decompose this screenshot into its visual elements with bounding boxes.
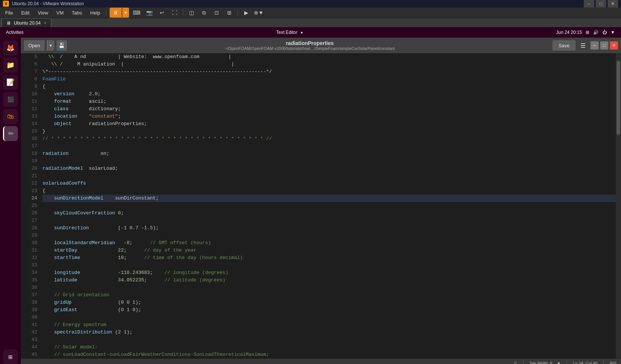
full-screen-btn[interactable]: ⛶ xyxy=(169,8,181,17)
toolbar-separator-3 xyxy=(238,10,238,16)
layout-icon[interactable]: ⊞ xyxy=(586,30,589,35)
ln-9: 9 xyxy=(21,83,37,90)
code-line-13: location "constant"; xyxy=(42,113,616,120)
sidebar-item-terminal[interactable]: ⬛ xyxy=(3,92,18,107)
code-line-30: localStandardMeridian -8; // GMT offset … xyxy=(42,239,616,247)
code-line-22: solarLoadCoeffs xyxy=(42,180,616,187)
toolbar-btn-4[interactable]: ⧉ xyxy=(198,8,210,17)
notes-icon: 📝 xyxy=(6,78,15,86)
ln-42: 42 xyxy=(21,329,37,336)
text-editor-app: Open ▼ 💾 radiationProperties ~/OpenFOAM/… xyxy=(21,38,621,364)
code-line-11: format ascii; xyxy=(42,98,616,105)
menu-vm[interactable]: VM xyxy=(52,9,67,16)
open-dropdown-btn[interactable]: ▼ xyxy=(47,40,54,51)
code-line-9: { xyxy=(42,83,616,90)
vmware-maximize-btn[interactable]: □ xyxy=(596,0,606,7)
editor-close-btn[interactable]: ✕ xyxy=(610,41,618,50)
ln-8: 8 xyxy=(21,76,37,83)
sidebar-item-appstore[interactable]: 🛍 xyxy=(3,109,18,124)
vmware-close-btn[interactable]: ✕ xyxy=(608,0,618,7)
volume-icon[interactable]: 🔊 xyxy=(593,30,599,35)
code-line-33 xyxy=(42,262,616,269)
ln-21: 21 xyxy=(21,172,37,180)
ln-7: 7 xyxy=(21,68,37,76)
vmware-title-bar: V Ubuntu 20.04 - VMware Workstation – □ … xyxy=(0,0,621,7)
vmware-minimize-btn[interactable]: – xyxy=(584,0,594,7)
snapshot-btn[interactable]: 📷 xyxy=(143,8,155,17)
ln-22: 22 xyxy=(21,180,37,187)
ubuntu-top-center: Text Editor ▼ xyxy=(23,30,556,35)
code-line-26: skyCloudCoverFraction 0; xyxy=(42,210,616,217)
code-line-23: { xyxy=(42,187,616,195)
ln-23: 23 xyxy=(21,187,37,195)
firefox-icon: 🦊 xyxy=(6,44,15,52)
sidebar-item-firefox[interactable]: 🦊 xyxy=(3,41,18,55)
language-label[interactable]: C xyxy=(514,361,517,364)
editor-minimize-btn[interactable]: – xyxy=(590,41,599,50)
ubuntu-sidebar: 🦊 📁 📝 ⬛ 🛍 ✏ ⊞ xyxy=(0,38,21,364)
menu-tabs[interactable]: Tabs xyxy=(68,9,86,16)
revert-btn[interactable]: ↩ xyxy=(156,8,168,17)
vmware-title: Ubuntu 20.04 - VMware Workstation xyxy=(12,1,84,6)
code-line-34: longitude -118.243683; // longitude (deg… xyxy=(42,269,616,277)
ubuntu-top-bar: Activities Text Editor ▼ Jun 24 20:15 ⊞ … xyxy=(0,27,621,38)
terminal-btn[interactable]: ▶ xyxy=(240,8,252,17)
status-right: C Tab Width: 8 ▼ Ln 24, Col 40 INS xyxy=(514,360,617,364)
ln-43: 43 xyxy=(21,336,37,344)
vertical-scrollbar[interactable] xyxy=(616,53,621,358)
ln-40: 40 xyxy=(21,314,37,321)
send-ctrl-alt-del-btn[interactable]: ⌨ xyxy=(131,8,143,17)
scrollbar-thumb[interactable] xyxy=(617,61,620,135)
system-menu-arrow[interactable]: ▼ xyxy=(611,30,615,35)
app-menu-label[interactable]: Text Editor xyxy=(276,30,297,35)
toolbar-btn-3[interactable]: ◫ xyxy=(185,8,197,17)
files-icon: 📁 xyxy=(6,61,15,69)
code-line-16: // * * * * * * * * * * * * * * * * * * *… xyxy=(42,135,616,143)
pause-dropdown-btn[interactable]: ▼ xyxy=(122,8,129,17)
code-line-19 xyxy=(42,157,616,165)
vm-tab-bar: 🖥 Ubuntu 20.04 ✕ xyxy=(0,18,621,27)
toolbar-separator-1 xyxy=(106,10,106,16)
activities-btn[interactable]: Activities xyxy=(6,30,23,35)
code-line-44: // Solar model: xyxy=(42,344,616,351)
code-line-10: version 2.0; xyxy=(42,90,616,98)
menu-help[interactable]: Help xyxy=(86,9,104,16)
code-main[interactable]: 5 6 7 8 9 10 11 12 13 14 15 16 1 xyxy=(21,53,621,358)
status-sep-1 xyxy=(523,360,523,364)
sidebar-item-notes[interactable]: 📝 xyxy=(3,75,18,90)
code-line-35: latitude 34.052235; // latitude (degrees… xyxy=(42,277,616,284)
toolbar-btn-5[interactable]: ⊡ xyxy=(211,8,223,17)
ln-10: 10 xyxy=(21,90,37,98)
save-file-icon-btn[interactable]: 💾 xyxy=(57,40,67,51)
vm-tab-close[interactable]: ✕ xyxy=(44,21,47,25)
sidebar-item-apps[interactable]: ⊞ xyxy=(3,349,18,364)
pause-group: ⏸ ▼ xyxy=(109,7,129,18)
view-toggle-btn[interactable]: ⊕▼ xyxy=(253,8,265,17)
sidebar-item-texteditor[interactable]: ✏ xyxy=(3,126,18,141)
toolbar-btn-6[interactable]: ⊞ xyxy=(223,8,235,17)
code-line-5: \\ / A nd | Website: www.openfoam.com | xyxy=(42,53,616,61)
power-icon[interactable]: ⏻ xyxy=(602,30,607,35)
vm-tab-ubuntu[interactable]: 🖥 Ubuntu 20.04 ✕ xyxy=(1,18,51,27)
pause-button[interactable]: ⏸ xyxy=(110,8,122,17)
code-line-40 xyxy=(42,314,616,321)
editor-maximize-btn[interactable]: □ xyxy=(600,41,608,50)
ln-38: 38 xyxy=(21,299,37,306)
tab-width-arrow[interactable]: ▼ xyxy=(557,361,561,364)
system-datetime: Jun 24 20:15 xyxy=(556,30,582,35)
menu-edit[interactable]: Edit xyxy=(17,9,33,16)
menu-view[interactable]: View xyxy=(34,9,52,16)
save-button[interactable]: Save xyxy=(552,40,576,51)
open-button[interactable]: Open xyxy=(24,40,45,51)
ln-25: 25 xyxy=(21,202,37,210)
gedit-toolbar-right: Save ☰ – □ ✕ xyxy=(552,40,618,51)
menu-file[interactable]: File xyxy=(1,9,17,16)
ln-26: 26 xyxy=(21,210,37,217)
sidebar-item-files[interactable]: 📁 xyxy=(3,58,18,73)
ln-29: 29 xyxy=(21,232,37,239)
editor-menu-btn[interactable]: ☰ xyxy=(578,40,588,51)
ln-16: 16 xyxy=(21,135,37,143)
app-menu-arrow[interactable]: ▼ xyxy=(300,31,303,35)
code-content[interactable]: \\ / A nd | Website: www.openfoam.com | … xyxy=(39,53,616,358)
vmware-icon: V xyxy=(3,1,9,7)
